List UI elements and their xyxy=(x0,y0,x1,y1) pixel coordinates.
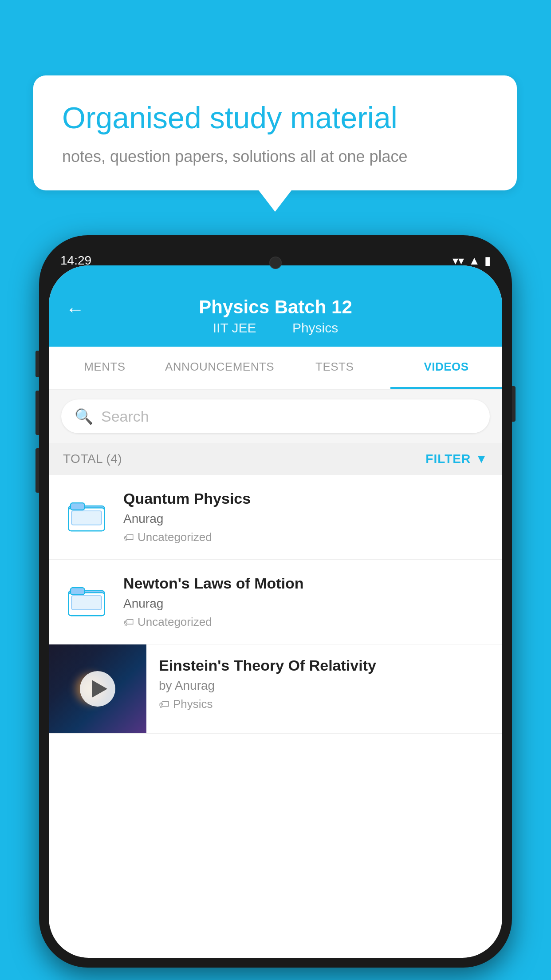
bubble-subtitle: notes, question papers, solutions all at… xyxy=(62,147,488,166)
tabs-bar: MENTS ANNOUNCEMENTS TESTS VIDEOS xyxy=(49,347,502,390)
search-container: 🔍 Search xyxy=(49,390,502,443)
bubble-title: Organised study material xyxy=(62,100,488,136)
power-button xyxy=(512,386,516,422)
filter-icon: ▼ xyxy=(475,452,488,466)
subtitle-separator xyxy=(271,320,278,335)
header-subtitle: IIT JEE Physics xyxy=(67,320,484,336)
filter-button[interactable]: FILTER ▼ xyxy=(425,452,488,466)
app-header: ← Physics Batch 12 IIT JEE Physics xyxy=(49,265,502,347)
video-item-newton[interactable]: Newton's Laws of Motion Anurag 🏷 Uncateg… xyxy=(49,560,502,644)
wifi-icon: ▾▾ xyxy=(453,254,464,268)
video-tag-einstein: 🏷 Physics xyxy=(159,697,490,711)
speech-bubble: Organised study material notes, question… xyxy=(33,75,517,190)
video-tag-label-newton: Uncategorized xyxy=(138,615,212,629)
battery-icon: ▮ xyxy=(484,254,491,268)
tag-icon-quantum: 🏷 xyxy=(123,531,134,544)
video-tag-newton: 🏷 Uncategorized xyxy=(123,615,489,629)
phone-shell: 14:29 ▾▾ ▲ ▮ ← Physics Batch 12 IIT JEE … xyxy=(39,235,512,968)
video-thumbnail-einstein xyxy=(49,644,146,733)
phone-notch xyxy=(236,245,315,264)
svg-rect-6 xyxy=(71,588,85,595)
tag-icon-newton: 🏷 xyxy=(123,616,134,628)
video-info-einstein: Einstein's Theory Of Relativity by Anura… xyxy=(146,644,502,723)
tab-ments[interactable]: MENTS xyxy=(49,347,161,389)
play-triangle xyxy=(92,680,107,698)
svg-rect-3 xyxy=(71,511,102,525)
video-tag-label-einstein: Physics xyxy=(173,697,213,711)
tab-tests[interactable]: TESTS xyxy=(279,347,390,389)
filter-label: FILTER xyxy=(425,452,471,466)
status-icons: ▾▾ ▲ ▮ xyxy=(453,254,491,268)
video-author-newton: Anurag xyxy=(123,597,489,611)
back-button[interactable]: ← xyxy=(66,299,84,320)
folder-icon-quantum xyxy=(62,490,111,539)
search-input[interactable]: Search xyxy=(101,408,149,425)
video-title-quantum: Quantum Physics xyxy=(123,490,489,507)
subtitle-part1: IIT JEE xyxy=(213,320,256,335)
phone-screen: ← Physics Batch 12 IIT JEE Physics MENTS… xyxy=(49,265,502,958)
total-count: TOTAL (4) xyxy=(63,452,122,466)
search-bar[interactable]: 🔍 Search xyxy=(61,399,490,433)
tag-icon-einstein: 🏷 xyxy=(159,698,169,711)
folder-icon-newton xyxy=(62,575,111,624)
tab-announcements[interactable]: ANNOUNCEMENTS xyxy=(161,347,279,389)
status-time: 14:29 xyxy=(60,253,91,268)
video-info-newton: Newton's Laws of Motion Anurag 🏷 Uncateg… xyxy=(123,575,489,629)
video-title-einstein: Einstein's Theory Of Relativity xyxy=(159,657,490,674)
video-author-einstein: by Anurag xyxy=(159,679,490,693)
video-list: Quantum Physics Anurag 🏷 Uncategorized xyxy=(49,475,502,734)
mute-button xyxy=(35,351,39,377)
signal-icon: ▲ xyxy=(468,254,480,268)
subtitle-part2: Physics xyxy=(292,320,338,335)
front-camera xyxy=(269,257,282,269)
search-icon: 🔍 xyxy=(75,407,93,425)
volume-up-button xyxy=(35,391,39,435)
volume-down-button xyxy=(35,448,39,493)
video-title-newton: Newton's Laws of Motion xyxy=(123,575,489,592)
header-title: Physics Batch 12 xyxy=(67,296,484,318)
video-info-quantum: Quantum Physics Anurag 🏷 Uncategorized xyxy=(123,490,489,544)
video-tag-quantum: 🏷 Uncategorized xyxy=(123,530,489,544)
svg-rect-2 xyxy=(71,503,85,510)
filter-row: TOTAL (4) FILTER ▼ xyxy=(49,443,502,475)
tab-videos[interactable]: VIDEOS xyxy=(390,347,502,389)
play-button-einstein[interactable] xyxy=(80,671,115,707)
video-item-einstein[interactable]: Einstein's Theory Of Relativity by Anura… xyxy=(49,644,502,734)
video-author-quantum: Anurag xyxy=(123,512,489,526)
video-item-quantum[interactable]: Quantum Physics Anurag 🏷 Uncategorized xyxy=(49,475,502,560)
svg-rect-7 xyxy=(71,596,102,610)
video-tag-label-quantum: Uncategorized xyxy=(138,530,212,544)
